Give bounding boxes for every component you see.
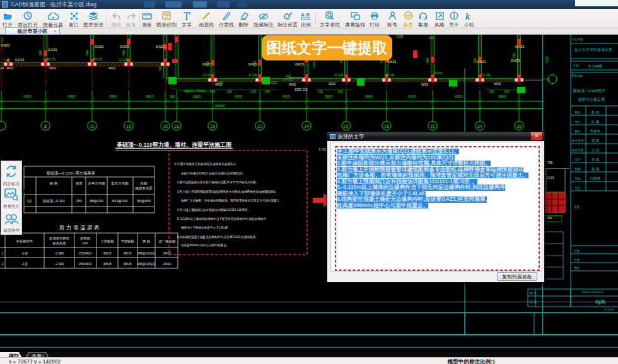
svg-text:3Φ18: 3Φ18 — [103, 251, 111, 255]
svg-text:W02: W02 — [329, 82, 335, 86]
svg-text:960: 960 — [86, 50, 89, 55]
svg-text:-2.990: -2.990 — [54, 251, 64, 255]
svg-text:冯跃腾: 冯跃腾 — [590, 176, 601, 180]
svg-text:3600: 3600 — [498, 94, 506, 98]
svg-text:34: 34 — [477, 124, 482, 128]
svg-text:k: k — [465, 11, 470, 20]
svg-text:C: C — [547, 77, 550, 82]
svg-text:4200: 4200 — [455, 94, 462, 98]
svg-text:15: 15 — [163, 124, 168, 128]
svg-text:工程名称: 工程名称 — [571, 37, 583, 41]
svg-text:960: 960 — [122, 50, 125, 55]
svg-text:W02: W02 — [289, 82, 296, 86]
svg-text:18: 18 — [210, 124, 215, 128]
svg-text:GAZ1: GAZ1 — [48, 48, 57, 52]
svg-text:260: 260 — [251, 90, 256, 93]
svg-text:LL2: LL2 — [286, 74, 291, 77]
svg-text:图幅: 图幅 — [574, 266, 580, 270]
svg-text:2: 2 — [2, 262, 4, 266]
svg-text:250x400: 250x400 — [79, 251, 91, 255]
svg-text:600: 600 — [265, 90, 270, 93]
svg-text:950: 950 — [429, 37, 434, 40]
svg-text:W02: W02 — [49, 66, 56, 70]
svg-text:GY25: GY25 — [334, 73, 343, 77]
svg-text:GAZ1: GAZ1 — [120, 45, 129, 48]
svg-text:Φ6@600: Φ6@600 — [137, 199, 151, 203]
svg-text:GAZ1: GAZ1 — [295, 62, 305, 66]
svg-text:基础顶~-0.110: 基础顶~-0.110 — [43, 199, 65, 203]
svg-text:审核: 审核 — [574, 176, 581, 180]
svg-text:960: 960 — [206, 61, 209, 66]
svg-text:4200: 4200 — [235, 94, 242, 98]
svg-text:水平分布筋: 水平分布筋 — [88, 181, 105, 186]
svg-text:600: 600 — [338, 90, 343, 93]
svg-text:吕 星: 吕 星 — [592, 120, 600, 124]
svg-text:姓名: 姓名 — [574, 110, 581, 115]
svg-text:3Φ18: 3Φ18 — [103, 262, 111, 266]
svg-text:注:1.图中实线表示为墙体(Q1),虚线表示连梁(LL)。: 注:1.图中实线表示为墙体(Q1),虚线表示连梁(LL)。 — [174, 162, 238, 166]
svg-text:3300: 3300 — [109, 94, 117, 98]
svg-text:梁截面: 梁截面 — [80, 236, 91, 241]
svg-text:张 磊: 张 磊 — [592, 157, 600, 162]
svg-text:3600: 3600 — [146, 94, 153, 98]
svg-text:4200: 4200 — [545, 56, 549, 63]
svg-text:13: 13 — [126, 124, 131, 128]
svg-text:电梯厂方设备图。所有墙体的预留洞、预埋套管应核对无误后方可浇: 电梯厂方设备图。所有墙体的预留洞、预埋套管应核对无误后方可浇注混凝土。 — [181, 198, 283, 203]
svg-text:未标注外墙均为WQ1,未标注内墙均为180厚(Q2).: 未标注外墙均为WQ1,未标注内墙均为180厚(Q2). — [181, 171, 243, 176]
svg-text:-1层: -1层 — [21, 251, 28, 255]
svg-text:11: 11 — [90, 124, 94, 128]
svg-text:3.剪力墙上开洞和预留套管详建筑图和各专业图纸,电梯呼梯盒等: 3.剪力墙上开洞和预留套管详建筑图和各专业图纸,电梯呼梯盒等电梯预留洞详 — [177, 190, 276, 194]
svg-text:专业: 专业 — [574, 120, 581, 123]
svg-text:拉筋: 拉筋 — [141, 181, 148, 186]
svg-text:GAZ1: GAZ1 — [515, 45, 525, 48]
svg-text:Φ10@200: Φ10@200 — [112, 199, 127, 203]
svg-text:LL2: LL2 — [4, 58, 10, 62]
svg-text:GY25: GY25 — [202, 73, 211, 77]
svg-text:4.剪力墙上预留洞口边补强做法详图集11G101-1第78页: 4.剪力墙上预留洞口边补强做法详图集11G101-1第78页 。 — [177, 208, 252, 212]
svg-text:2x50: 2x50 — [313, 61, 316, 68]
svg-text:祝 磊: 祝 磊 — [592, 167, 600, 171]
svg-text:进梁平法施工图: 进梁平法施工图 — [578, 97, 605, 102]
svg-text:GAZ1: GAZ1 — [547, 176, 554, 179]
svg-text:W02: W02 — [494, 82, 501, 86]
svg-text:会签: 会签 — [574, 205, 580, 208]
svg-text:基础顶~-0.110剪力墙、墙柱、连梁平法施工图: 基础顶~-0.110剪力墙、墙柱、连梁平法施工图 — [117, 141, 231, 148]
svg-text:3600: 3600 — [325, 94, 332, 98]
svg-text:250: 250 — [76, 199, 81, 203]
svg-text:梁一侧纵筋: 梁一侧纵筋 — [159, 239, 176, 244]
svg-text:钢筋砼1.700标注: 钢筋砼1.700标注 — [184, 89, 207, 93]
svg-text:K2Z: K2Z — [218, 81, 223, 84]
svg-text:标 高: 标 高 — [49, 181, 58, 186]
svg-text:标高高差: 标高高差 — [52, 241, 66, 246]
svg-text:26: 26 — [344, 124, 349, 128]
svg-text:3600: 3600 — [365, 94, 373, 98]
svg-text:临沂市罗庄区某泰安置: 临沂市罗庄区某泰安置 — [574, 47, 612, 52]
svg-text:600: 600 — [547, 217, 552, 220]
svg-text:2Φ10: 2Φ10 — [163, 262, 171, 266]
svg-text:剪力墙连梁表: 剪力墙连梁表 — [59, 224, 101, 230]
svg-text:960: 960 — [39, 50, 42, 55]
svg-text:300: 300 — [170, 94, 175, 98]
svg-text:-2.990: -2.990 — [54, 262, 64, 266]
svg-text:LL2: LL2 — [0, 37, 4, 43]
svg-text:王 喆: 王 喆 — [592, 148, 600, 152]
svg-text:28: 28 — [384, 124, 389, 128]
svg-text:Q1: Q1 — [27, 199, 32, 203]
svg-text:1: 1 — [2, 251, 4, 255]
svg-text:W02: W02 — [421, 82, 428, 86]
svg-text:960: 960 — [159, 65, 162, 71]
svg-text:GAZ1: GAZ1 — [511, 59, 520, 62]
svg-text:3Φ18: 3Φ18 — [123, 251, 131, 255]
svg-text:VIP: VIP — [405, 14, 411, 18]
svg-text:签 名: 签 名 — [592, 110, 600, 115]
svg-text:GAZ1: GAZ1 — [95, 45, 104, 48]
svg-text:260: 260 — [227, 90, 232, 93]
svg-text:4200: 4200 — [23, 94, 31, 98]
svg-text:GY25: GY25 — [481, 73, 490, 77]
svg-text:600: 600 — [504, 90, 510, 93]
svg-text:基础顶~-0.110剪力: 基础顶~-0.110剪力 — [572, 88, 605, 93]
svg-text:Φ8@200: Φ8@200 — [90, 199, 103, 203]
svg-text:795: 795 — [547, 161, 553, 164]
svg-text:GY25: GY25 — [119, 58, 127, 62]
svg-text:共 16 张: 共 16 张 — [604, 308, 614, 311]
